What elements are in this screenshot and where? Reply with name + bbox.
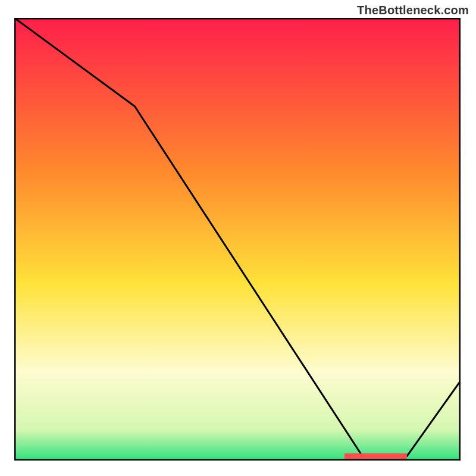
- gradient-background: [14, 18, 461, 461]
- attribution-label: TheBottleneck.com: [357, 4, 469, 17]
- chart-container: TheBottleneck.com: [0, 0, 476, 476]
- plot-area: [14, 18, 461, 461]
- highlight-band: [345, 453, 407, 459]
- chart-svg: [14, 18, 461, 461]
